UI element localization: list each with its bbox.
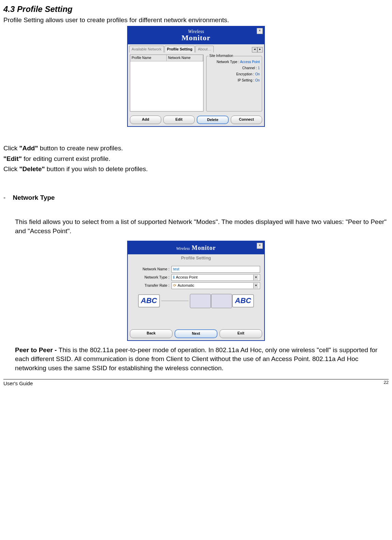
row-encryption: Encryption : On	[209, 72, 260, 77]
bold-edit: "Edit"	[3, 155, 22, 162]
connect-button[interactable]: Connect	[231, 116, 262, 124]
tab-nav: ◄ ►	[252, 47, 263, 52]
chevron-down-icon: ▼	[253, 283, 258, 288]
text: button to create new profiles.	[38, 145, 123, 152]
logo-text-2: Monitor	[192, 244, 216, 251]
profile-list[interactable]: Profile Name Network Name	[130, 55, 203, 111]
p2p-label: Peer to Peer -	[15, 346, 59, 354]
label: Network Type :	[216, 60, 239, 64]
intro-text: Profile Setting allows user to create pr…	[3, 16, 389, 25]
exit-button[interactable]: Exit	[220, 329, 262, 338]
button-row: Back Next Exit	[128, 327, 264, 340]
row-network-name: Network Name : test	[132, 266, 260, 273]
row-transfer-rate: Transfer Rate : ⟳ Automatic ▼	[132, 282, 260, 289]
bold-delete: "Delete"	[19, 165, 45, 172]
close-button[interactable]: ×	[257, 28, 263, 34]
logo-text-2: Monitor	[181, 34, 210, 42]
footer-page-number: 22	[384, 379, 389, 386]
auto-icon: ⟳	[173, 283, 176, 288]
value: Access Point	[240, 60, 260, 64]
logo-text-1: Wireless	[176, 246, 190, 251]
next-button[interactable]: Next	[175, 329, 218, 338]
site-info-title: Site Information	[209, 54, 234, 58]
network-type-heading: Network Type	[13, 194, 55, 201]
list-header: Profile Name Network Name	[130, 55, 203, 61]
value: test	[173, 267, 179, 272]
connection-line	[161, 301, 189, 301]
instruction-edit: "Edit" for editing current exist profile…	[3, 154, 389, 164]
instruction-delete: Click "Delete" button if you wish to del…	[3, 165, 389, 174]
text: button if you wish to delete profiles.	[45, 165, 148, 172]
value: On	[255, 72, 260, 76]
label: IP Setting :	[238, 78, 254, 82]
access-point-icon	[211, 294, 232, 308]
wireless-monitor-window-2: Wireless Monitor × Profile Setting Netwo…	[127, 241, 265, 341]
button-row: Add Edit Delete Connect	[128, 114, 264, 126]
title-bar: Wireless Monitor ×	[128, 27, 264, 44]
section-heading: 4.3 Profile Setting	[3, 3, 389, 15]
value: On	[255, 78, 260, 82]
row-network-type: Network Type : Access Point	[209, 60, 260, 64]
add-button[interactable]: Add	[130, 116, 161, 124]
delete-button[interactable]: Delete	[197, 116, 229, 124]
transfer-rate-select[interactable]: ⟳ Automatic ▼	[171, 282, 260, 289]
network-name-input[interactable]: test	[171, 266, 260, 273]
tab-available-network[interactable]: Available Network	[129, 46, 164, 52]
instruction-add: Click "Add" button to create new profile…	[3, 144, 389, 153]
tab-strip: Available Network Profile Setting About……	[128, 44, 264, 52]
chevron-down-icon: ▼	[253, 275, 258, 280]
bold-add: "Add"	[19, 145, 38, 152]
graphic-area: ABC ABC	[132, 290, 260, 312]
value: 1	[258, 66, 260, 70]
tab-profile-setting[interactable]: Profile Setting	[165, 46, 195, 52]
network-type-bullet: - Network Type	[3, 193, 389, 202]
app-logo: Wireless Monitor	[176, 244, 216, 251]
tab-about[interactable]: About…	[195, 46, 214, 52]
text: for editing current exist profile.	[22, 155, 110, 162]
title-bar: Wireless Monitor ×	[128, 241, 264, 254]
dash: -	[3, 194, 5, 201]
value: Automatic	[176, 283, 253, 288]
abc-left-icon: ABC	[138, 294, 160, 308]
footer-rule	[3, 379, 389, 379]
label: Encryption :	[236, 72, 254, 76]
col-network-name: Network Name	[167, 55, 203, 61]
row-network-type: Network Type : ℹ Access Point ▼	[132, 274, 260, 281]
text: Click	[3, 165, 19, 172]
tab-arrow-right[interactable]: ►	[257, 47, 263, 52]
value: Access Point	[175, 275, 253, 280]
close-button[interactable]: ×	[257, 243, 263, 249]
text: Click	[3, 145, 19, 152]
abc-right-icon: ABC	[232, 294, 254, 308]
dialog-subtitle: Profile Setting	[128, 254, 264, 262]
site-information-group: Site Information Network Type : Access P…	[206, 56, 262, 111]
content-area: Profile Name Network Name Site Informati…	[128, 52, 264, 114]
p2p-text: This is the 802.11a peer-to-peer mode of…	[15, 346, 377, 372]
label-network-name: Network Name :	[132, 267, 169, 272]
row-channel: Channel : 1	[209, 66, 260, 71]
wireless-monitor-window-1: Wireless Monitor × Available Network Pro…	[127, 26, 265, 127]
edit-button[interactable]: Edit	[163, 116, 195, 124]
label-network-type: Network Type :	[132, 275, 169, 280]
peer-to-peer-description: Peer to Peer - This is the 802.11a peer-…	[15, 346, 389, 373]
network-type-select[interactable]: ℹ Access Point ▼	[171, 274, 260, 281]
network-type-description: This field allows you to select from a l…	[15, 217, 389, 236]
footer-doc-name: User's Guide	[3, 380, 33, 387]
back-button[interactable]: Back	[130, 329, 172, 338]
app-logo: Wireless Monitor	[181, 29, 210, 42]
label: Channel :	[242, 66, 257, 70]
row-ip-setting: IP Setting : On	[209, 78, 260, 83]
label-transfer-rate: Transfer Rate :	[132, 283, 169, 288]
form-area: Network Name : test Network Type : ℹ Acc…	[128, 262, 264, 327]
laptop-icon	[190, 294, 211, 308]
tab-arrow-left[interactable]: ◄	[252, 47, 257, 52]
col-profile-name: Profile Name	[130, 55, 167, 61]
